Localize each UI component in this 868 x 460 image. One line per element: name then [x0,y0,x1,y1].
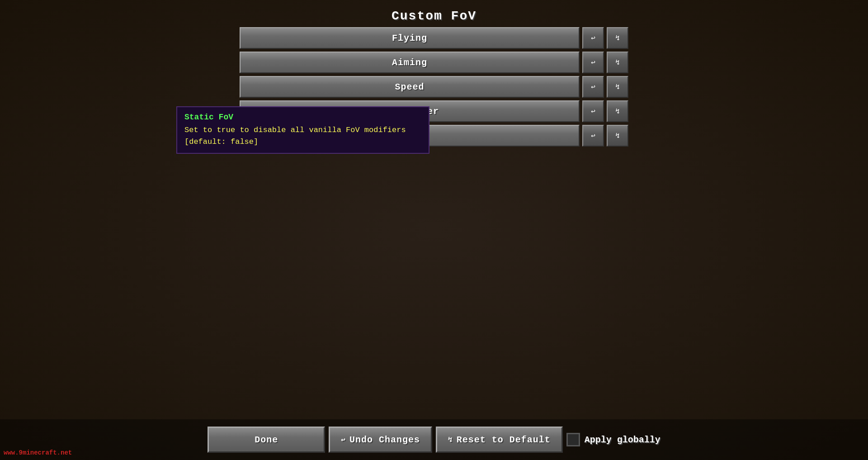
aiming-reset-icon[interactable]: ↯ [607,52,628,73]
reset-icon: ↯ [448,435,453,444]
setting-row-aiming: Aiming ↩ ↯ [240,52,628,73]
apply-globally-label: Apply globally [585,435,660,445]
reset-label: Reset to Default [457,435,551,445]
aiming-button[interactable]: Aiming [240,52,580,73]
tooltip: Static FoV Set to true to disable all va… [176,106,429,154]
tooltip-title: Static FoV [184,113,421,122]
static-fov-undo-icon[interactable]: ↩ [582,125,604,147]
page-title: Custom FoV [0,0,868,23]
apply-globally-container[interactable]: Apply globally [566,433,660,446]
static-fov-reset-icon[interactable]: ↯ [607,125,628,147]
setting-row-flying: Flying ↩ ↯ [240,27,628,49]
undo-icon: ↩ [341,435,346,444]
aiming-undo-icon[interactable]: ↩ [582,52,604,73]
underwater-reset-icon[interactable]: ↯ [607,100,628,122]
speed-button[interactable]: Speed [240,76,580,98]
flying-reset-icon[interactable]: ↯ [607,27,628,49]
setting-row-speed: Speed ↩ ↯ [240,76,628,98]
speed-undo-icon[interactable]: ↩ [582,76,604,98]
apply-globally-checkbox[interactable] [566,433,580,446]
underwater-undo-icon[interactable]: ↩ [582,100,604,122]
undo-label: Undo Changes [349,435,420,445]
tooltip-description: Set to true to disable all vanilla FoV m… [184,124,421,147]
main-content: Custom FoV Flying ↩ ↯ Aiming ↩ ↯ Speed ↩… [0,0,868,460]
bottom-bar: Done ↩ Undo Changes ↯ Reset to Default A… [0,419,868,460]
reset-to-default-button[interactable]: ↯ Reset to Default [436,427,563,453]
speed-reset-icon[interactable]: ↯ [607,76,628,98]
done-button[interactable]: Done [208,427,325,453]
undo-changes-button[interactable]: ↩ Undo Changes [329,427,432,453]
flying-button[interactable]: Flying [240,27,580,49]
watermark: www.9minecraft.net [4,449,72,456]
flying-undo-icon[interactable]: ↩ [582,27,604,49]
